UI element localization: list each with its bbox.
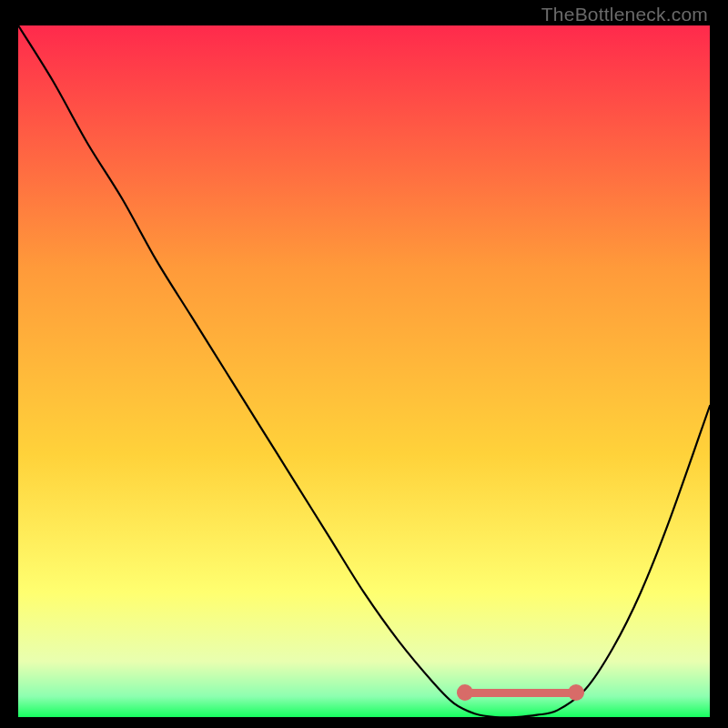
gradient-background — [18, 25, 710, 717]
chart-stage: TheBottleneck.com — [0, 0, 728, 728]
watermark-text: TheBottleneck.com — [541, 4, 708, 25]
plot-area — [18, 25, 710, 717]
chart-svg — [18, 25, 710, 717]
